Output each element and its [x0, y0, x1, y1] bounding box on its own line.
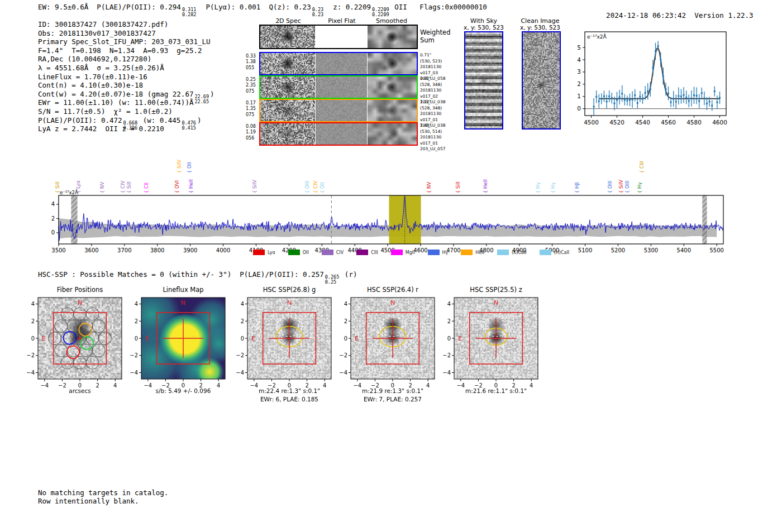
spec2d-row-left-labels: 0.171.35075 [246, 100, 258, 118]
svg-text:0: 0 [577, 105, 581, 112]
hsc-z-canvas [436, 294, 554, 389]
emission-line-label: { OVI [174, 180, 180, 193]
emission-line-label: { NV [99, 182, 105, 193]
hsc-g-caption: m:22.4 re:1.3" s:0.1" [259, 387, 320, 394]
cutout-title-hsc-r: HSC SSP(26.4) r [367, 286, 418, 294]
hsc-r-canvas [333, 294, 450, 389]
legend-label: (K)CaII [512, 250, 527, 255]
spec2d-row-left-labels: 0.081.19056 [246, 124, 258, 141]
spec2d-row-canvas [260, 100, 417, 121]
emission-line-label: { SiII [55, 181, 60, 193]
svg-text:1: 1 [577, 93, 581, 99]
zoomed-line-fit-plot: 450045204540456045804600012345e⁻¹⁷x2Å [575, 28, 748, 131]
lineflux-map-canvas [123, 294, 241, 389]
svg-text:2: 2 [577, 80, 581, 87]
emission-line-label: { OIII [304, 181, 310, 193]
footer-line-1: No matching targets in catalog. [38, 488, 168, 497]
legend-item: MgII [391, 250, 415, 255]
detection-info-block: ID: 3001837427 (3001837427.pdf)Obs: 2018… [38, 20, 214, 133]
legend-item: HeII [461, 250, 484, 255]
info-line: RA,Dec (10.004692,0.127280) [38, 55, 214, 64]
svg-text:5500: 5500 [709, 247, 723, 253]
spec2d-row-canvas [260, 76, 417, 98]
emission-line-label: { CIII [639, 161, 645, 173]
svg-text:4500: 4500 [584, 119, 599, 126]
hsc-g-caption2: EWr: 6, PLAE: 0.185 [260, 396, 318, 402]
legend-label: MgII [406, 250, 415, 255]
emission-line-label: { Hγ [535, 182, 541, 193]
emission-line-label: { SiIV [252, 180, 258, 193]
footer-line-2: Row intentionally blank. [38, 497, 139, 505]
legend-swatch [391, 250, 403, 255]
emission-line-label: { HeII [188, 179, 194, 193]
legend-item: Hγ [428, 250, 449, 255]
clean-image-coords: x, y: 530, 523 [520, 24, 560, 31]
cutout-title-hsc-z: HSC SSP(25.5) z [470, 286, 522, 294]
emission-line-label: { Hγ [637, 182, 642, 193]
info-line: Primary Spec_Slot_IFU_AMP: 203_073_031_L… [38, 37, 214, 46]
svg-text:5300: 5300 [644, 247, 658, 253]
spec2d-row [259, 75, 418, 99]
svg-text:3800: 3800 [150, 247, 164, 253]
spec2d-row-canvas [260, 26, 417, 48]
svg-text:3500: 3500 [51, 247, 65, 253]
emission-line-label: { SiIV [618, 180, 624, 193]
fiber-positions-canvas [20, 294, 137, 389]
info-line: Obs: 20181130v017_3001837427 [38, 29, 214, 38]
svg-text:2: 2 [51, 215, 55, 222]
legend-swatch [322, 250, 333, 255]
spec2d-row [259, 52, 418, 75]
legend-label: Hγ [442, 250, 449, 255]
emission-line-label: { CIV [313, 180, 318, 193]
spec2d-row [259, 99, 418, 122]
hsc-ssp-match-line: HSC-SSP : Possible Matches = 0 (within +… [38, 270, 357, 285]
svg-text:3: 3 [577, 68, 581, 75]
emission-line-label: { OIII [607, 181, 613, 193]
spec2d-row-canvas [260, 123, 417, 145]
with-sky-canvas [465, 32, 502, 128]
emission-line-label: { CIV [120, 180, 126, 193]
legend-swatch [253, 250, 265, 255]
fiber-xlabel: arcsecs [69, 387, 90, 394]
svg-text:4540: 4540 [635, 119, 650, 126]
legend-label: Lyα [268, 250, 275, 255]
svg-text:4600: 4600 [712, 119, 727, 126]
legend-swatch [288, 250, 300, 255]
emission-line-label: { SiIV [177, 160, 182, 173]
clean-image [522, 31, 561, 130]
hsc-r-caption2: EWr: 7, PLAE: 0.257 [364, 396, 422, 402]
hsc-r-caption: m:21.9 re:1.3" s:0.1" [362, 387, 423, 394]
emission-line-label: { CII [144, 183, 149, 193]
svg-text:4580: 4580 [686, 119, 702, 126]
cutout-title-fiber: Fiber Positions [57, 286, 103, 294]
legend-swatch [540, 250, 551, 255]
info-line: Cont(n) = 4.10(±0.30)e-18 [38, 81, 214, 90]
info-line: P(LAE)/P(OII): 0.4720.6680.396 (w: 0.445… [38, 116, 214, 125]
svg-text:3700: 3700 [117, 247, 131, 253]
legend-item: (K)CaII [497, 250, 527, 255]
info-line: LineFlux = 1.70(±0.11)e-16 [38, 73, 214, 82]
spec2d-row [259, 25, 418, 49]
cutout-title-lineflux: Lineflux Map [163, 286, 203, 294]
hsc-z-caption: m:21.6 re:1.1" s:0.1" [465, 387, 527, 394]
spec2d-row-right-labels: 1.43"(530, 514)20181130v017_01203_LU_057 [420, 123, 445, 152]
emission-line-label: { NV [426, 182, 432, 193]
elixer-report-page: EW: 9.5±0.6Å P(LAE)/P(OII): 0.2940.3110.… [0, 0, 782, 532]
legend-label: HeII [475, 250, 484, 255]
legend-label: CIV [336, 250, 344, 255]
spec2d-row-left-labels: 0.331.38055 [246, 54, 258, 71]
info-line: EWr = 11.00(±1.10) (w: 11.00(±0.74))Å [38, 98, 214, 107]
col-header-pixelflat: Pixel Flat [328, 17, 355, 25]
col-header-smoothed: Smoothed [376, 17, 407, 25]
legend-swatch [497, 250, 509, 255]
svg-text:4520: 4520 [609, 119, 624, 126]
svg-text:3900: 3900 [183, 247, 197, 253]
svg-text:4560: 4560 [661, 119, 676, 126]
col-header-2dspec: 2D Spec [275, 17, 301, 25]
emission-line-label: { OII [187, 162, 192, 173]
svg-text:5200: 5200 [611, 247, 625, 253]
clean-image-canvas [523, 32, 560, 128]
with-sky-image [464, 31, 503, 130]
emission-line-label: { SiII [455, 181, 461, 193]
legend-label: (H)CaII [554, 250, 569, 255]
